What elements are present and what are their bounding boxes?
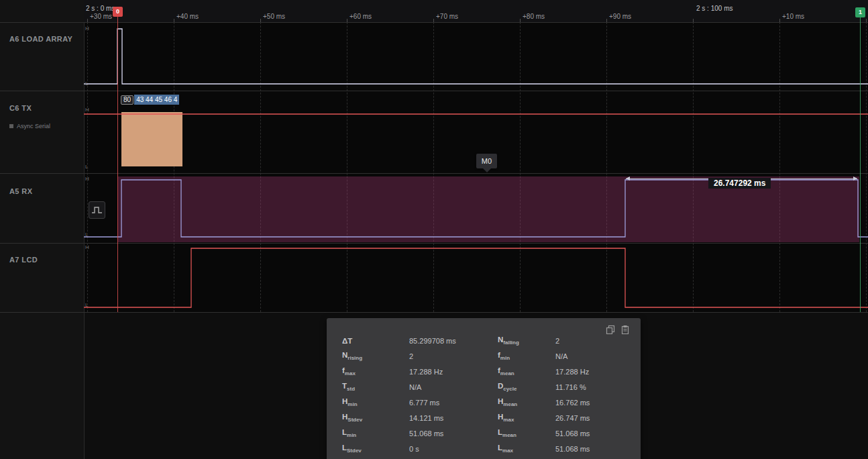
stat-label: Tstd (342, 382, 409, 392)
pulse-tool-button[interactable] (89, 201, 105, 219)
stat-label: LStdev (342, 444, 409, 454)
stat-label: Lmax (498, 444, 555, 454)
stat-value: 51.068 ms (409, 429, 498, 438)
stat-label: Lmean (498, 428, 555, 438)
level-label: L (85, 81, 88, 87)
row-separator (0, 312, 868, 313)
measurement-stats-panel[interactable]: ΔT85.299708 msNfalling2Nrising2fminN/Afm… (327, 318, 641, 459)
stat-label: Dcycle (498, 382, 555, 392)
marker-1-flag[interactable]: 1 (855, 7, 865, 17)
marker-0-line[interactable] (117, 17, 118, 312)
stat-label: fmin (498, 351, 555, 361)
stat-value: 85.299708 ms (409, 337, 498, 345)
stat-value: N/A (555, 352, 627, 360)
stat-label: fmax (342, 366, 409, 376)
level-label: H (85, 244, 89, 250)
timing-marker-m0[interactable]: M0 (476, 154, 497, 168)
stat-value: 0 s (409, 445, 498, 453)
level-label: H (85, 176, 89, 182)
level-label: H (85, 26, 89, 32)
row-separator (0, 173, 868, 174)
stat-value: 11.716 % (555, 383, 627, 391)
waveform-a6-load-array[interactable] (84, 29, 868, 84)
logic-analyzer-window: A6 LOAD ARRAY C6 TX Async Serial A5 RX A… (0, 0, 868, 459)
stat-label: Nrising (342, 351, 409, 361)
level-label: L (85, 302, 88, 308)
stat-value: 26.747 ms (555, 414, 627, 422)
stat-label: Hmin (342, 397, 409, 407)
stat-value: 6.777 ms (409, 399, 498, 407)
stat-label: Lmin (342, 428, 409, 438)
stat-value: 2 (555, 337, 627, 345)
row-separator (0, 91, 868, 91)
stat-value: 17.288 Hz (555, 368, 627, 376)
marker-0-flag[interactable]: 0 (113, 7, 123, 17)
stat-label: Hmean (498, 397, 555, 407)
stats-grid: ΔT85.299708 msNfalling2Nrising2fminN/Afm… (342, 333, 627, 456)
stat-value: N/A (409, 383, 498, 391)
level-label: L (85, 232, 88, 238)
waveform-a7-lcd[interactable] (84, 248, 868, 307)
stat-value: 51.068 ms (555, 445, 627, 453)
stat-value: 17.288 Hz (409, 368, 498, 376)
serial-byte-value: 80 (121, 95, 133, 105)
stat-label: HStdev (342, 413, 409, 423)
serial-selected-bytes: 43 44 45 46 4 (134, 95, 179, 105)
row-separator (0, 22, 868, 23)
measurement-value[interactable]: 26.747292 ms (708, 178, 771, 189)
stat-value: 14.121 ms (409, 414, 498, 422)
marker-1-line[interactable] (860, 17, 861, 312)
level-label: H (85, 107, 89, 113)
timing-marker-pointer (483, 168, 491, 172)
stat-value: 51.068 ms (555, 429, 627, 438)
stat-label: fmean (498, 366, 555, 376)
level-label: L (85, 164, 88, 170)
row-separator (0, 243, 868, 244)
stat-label: Hmax (498, 413, 555, 423)
stat-value: 16.762 ms (555, 399, 627, 407)
stat-label: Nfalling (498, 336, 555, 346)
pulse-icon (91, 205, 103, 215)
stat-label: ΔT (342, 337, 409, 345)
serial-decoded-bytes[interactable]: 80 43 44 45 46 4 (121, 95, 179, 105)
stat-value: 2 (409, 352, 498, 360)
